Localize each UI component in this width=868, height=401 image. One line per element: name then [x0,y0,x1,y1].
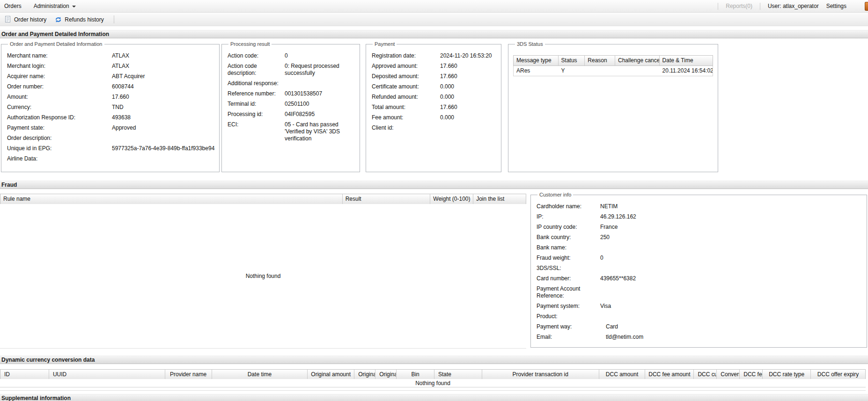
field-label: ECI: [227,121,285,142]
field-label: Merchant login: [6,63,112,70]
threeds-status-panel: 3DS Status Message type Status Reason Ch… [508,41,718,172]
processing-result-panel: Processing result Action code:0 Action c… [221,41,360,172]
field-value [600,285,862,299]
field-row: Deposited amount:17.660 [371,73,496,80]
field-row: Registration date:2024-11-20 16:53:20 [371,52,496,59]
toolbar: Order history Refunds history [0,13,868,26]
field-row: IP:46.29.126.162 [536,213,862,220]
col-header: Date time [212,370,308,379]
field-label: Client id: [371,124,440,131]
field-value: 0.000 [440,83,496,90]
field-row: Certificate amount:0.000 [371,83,496,90]
field-label: Refunded amount: [371,94,440,101]
field-row: Refunded amount:0.000 [371,94,496,101]
field-label: Action code: [227,52,285,59]
field-label: Unique id in EPG: [6,145,112,152]
field-value [285,80,355,87]
field-label: Bank name: [536,244,600,251]
menu-reports[interactable]: Reports(0) [726,3,752,9]
field-value: 493638 [112,114,214,121]
field-row: Authorization Response ID:493638 [6,114,214,121]
field-row: Approved amount:17.660 [371,63,496,70]
section-header-order: Order and Payment Detailed Information [0,30,868,38]
col-header: Reason [585,56,615,66]
menu-settings[interactable]: Settings [826,3,846,9]
field-row: Payment state:Approved [6,124,214,131]
field-value: 17.660 [440,73,496,80]
field-value [600,265,862,272]
field-label: Fee amount: [371,114,440,121]
field-label: Email: [536,334,600,341]
field-row: Processing id:04IF082595 [227,111,355,118]
menu-orders[interactable]: Orders [0,3,28,9]
field-value: TND [112,104,214,111]
section-header-fraud: Fraud [0,181,868,189]
field-value: 05 - Card has passed 'Verified by VISA' … [285,121,355,142]
refunds-history-label: Refunds history [65,16,103,23]
field-value: ATLAX [112,63,214,70]
field-row: Order number:6008744 [6,83,214,90]
col-header: Join the list [473,194,526,204]
menu-administration[interactable]: Administration [28,3,82,9]
field-value: 2024-11-20 16:53:20 [440,52,496,59]
field-label: Reference number: [227,90,285,97]
field-row: Client id: [371,124,496,131]
field-row: Payment system:Visa [536,303,862,310]
section-header-dcc: Dynamic currency conversion data [0,356,868,364]
field-label: Bank country: [536,234,600,241]
field-row: Merchant name:ATLAX [6,52,214,59]
field-label: Order description: [6,135,112,142]
field-label: Order number: [6,83,112,90]
col-header: Challenge cancel [615,56,660,66]
field-value: 0.000 [440,94,496,101]
field-row: Fraud weight:0 [536,255,862,262]
field-label: Cardholder name: [536,203,600,210]
field-row: ECI:05 - Card has passed 'Verified by VI… [227,121,355,142]
field-value: ABT Acquirer [112,73,214,80]
field-value: 17.660 [440,104,496,111]
field-row: Fee amount:0.000 [371,114,496,121]
field-label: Payment system: [536,303,600,310]
field-value: France [600,224,862,231]
field-row: Total amount:17.660 [371,104,496,111]
field-value: 04IF082595 [285,111,355,118]
order-details-panel: Order and Payment Detailed Information M… [1,41,220,172]
field-row: Payment Account Reference: [536,285,862,299]
dcc-table-body: Nothing found [0,379,866,387]
order-history-label: Order history [14,16,46,23]
order-history-button[interactable]: Order history [2,14,51,25]
field-row: Email:tld@netim.com [536,334,862,341]
section-header-supplemental: Supplemental information [0,394,868,401]
field-label: Action code description: [227,63,285,77]
field-row: Bank name: [536,244,862,251]
field-value: 6008744 [112,83,214,90]
cell-message-type: ARes [514,66,559,76]
field-label: Registration date: [371,52,440,59]
refunds-history-button[interactable]: Refunds history [51,15,109,25]
dcc-empty-message: Nothing found [415,379,450,387]
col-header: Original amount [308,370,354,379]
col-header: DCC offer expiry [811,370,865,379]
order-details-legend: Order and Payment Detailed Information [8,41,104,47]
field-row: Unique id in EPG:5977325a-7a76-4e39-849b… [6,145,214,152]
col-header: Status [559,56,585,66]
field-value: tld@netim.com [600,334,862,341]
field-label: Fraud weight: [536,255,600,262]
field-row: Airline Data: [6,155,214,162]
field-row: Additional response: [227,80,355,87]
col-header: Provider name [165,370,212,379]
field-value: 0: Request processed successfully [285,63,355,77]
field-label: 3DS/SSL: [536,265,600,272]
threeds-table-header: Message type Status Reason Challenge can… [513,55,713,66]
col-header: UUID [49,370,165,379]
col-header: DCC curr [694,370,717,379]
field-row: Product: [536,313,862,320]
field-row: Card number:439655**6382 [536,275,862,282]
field-label: Authorization Response ID: [6,114,112,121]
dcc-table-header: ID UUID Provider name Date time Original… [0,369,866,380]
field-value [112,135,214,142]
customer-info-legend: Customer info [537,192,573,197]
field-value: Card [600,323,862,330]
logout-icon[interactable] [865,2,868,11]
field-label: Processing id: [227,111,285,118]
